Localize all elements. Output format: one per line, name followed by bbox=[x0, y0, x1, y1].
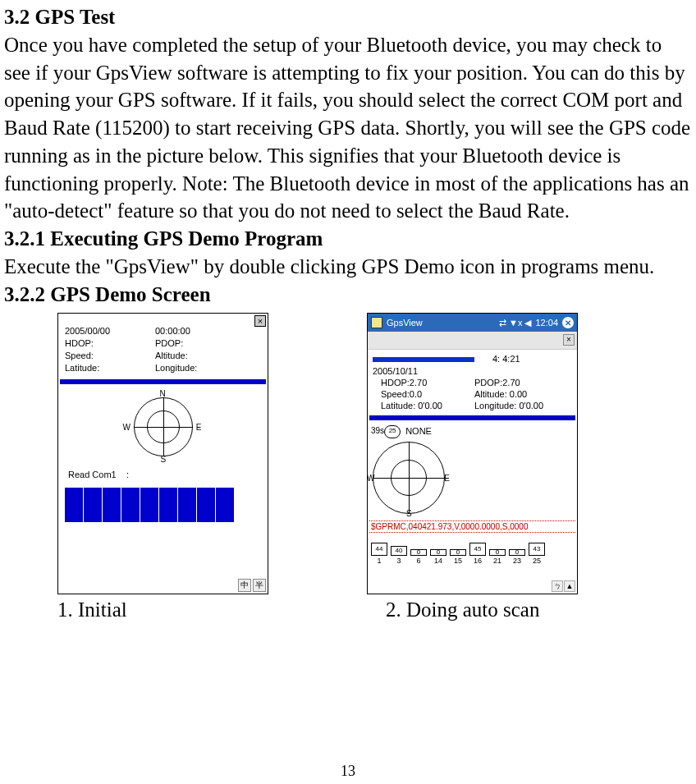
separator-bar bbox=[60, 379, 266, 384]
screenshot-initial: × 2005/00/00 00:00:00 HDOP: PDOP: Speed:… bbox=[57, 313, 268, 594]
altitude-label: Altitude: bbox=[155, 350, 188, 362]
satellite-id-row: 136141516212325 bbox=[368, 556, 577, 566]
signal-bar bbox=[84, 488, 102, 522]
sip-button-2[interactable]: ▲ bbox=[564, 580, 575, 592]
ime-icons: 中 半 bbox=[238, 579, 266, 592]
subsection-2-heading: 3.2.2 GPS Demo Screen bbox=[4, 281, 692, 309]
subsection-1-heading: 3.2.1 Executing GPS Demo Program bbox=[4, 225, 692, 253]
page-number: 13 bbox=[0, 761, 696, 781]
signal-bar bbox=[159, 488, 177, 522]
close-button[interactable]: × bbox=[254, 315, 266, 327]
time-value: 4: 4:21 bbox=[474, 353, 520, 377]
bullet-icon bbox=[373, 357, 474, 362]
altitude-value: Altitude: 0.00 bbox=[474, 388, 527, 400]
compass-s: S bbox=[161, 454, 167, 465]
screenshots-row: × 2005/00/00 00:00:00 HDOP: PDOP: Speed:… bbox=[57, 313, 692, 594]
satellite-id: 16 bbox=[469, 556, 486, 566]
windows-icon[interactable] bbox=[371, 317, 382, 328]
screenshot-autoscan: GpsView ⇄ ▼x ◀ 12:04 ✕ × 2005/10/11 4: 4… bbox=[367, 313, 578, 594]
signal-bar bbox=[65, 488, 83, 522]
satellite-id: 3 bbox=[391, 556, 407, 566]
status-icons: ⇄ ▼x ◀ bbox=[499, 317, 532, 329]
signal-bars bbox=[58, 481, 268, 527]
status-line: Read Com1 : bbox=[58, 469, 268, 481]
signal-bar: 0 bbox=[430, 549, 446, 556]
hdop-value: HDOP:2.70 bbox=[373, 377, 474, 388]
signal-bar: 0 bbox=[450, 549, 466, 556]
signal-bar bbox=[178, 488, 196, 522]
satellite-id: 15 bbox=[450, 556, 466, 566]
gps-data-block: 2005/10/11 4: 4:21 HDOP:2.70 PDOP:2.70 S… bbox=[368, 350, 577, 413]
date-value: 2005/10/11 bbox=[373, 366, 418, 376]
date-value: 2005/00/00 bbox=[65, 325, 155, 337]
signal-bar: 40 bbox=[391, 546, 407, 556]
satellite-id: 25 bbox=[529, 556, 545, 566]
gps-data-block: 2005/00/00 00:00:00 HDOP: PDOP: Speed: A… bbox=[58, 314, 268, 377]
pdop-label: PDOP: bbox=[155, 337, 183, 350]
signal-bar bbox=[216, 488, 234, 522]
signal-bar bbox=[103, 488, 121, 522]
compass-e: E bbox=[444, 473, 450, 484]
toolbar: × bbox=[368, 332, 577, 350]
compass: N S W E bbox=[126, 389, 201, 465]
satellite-id: 1 bbox=[371, 556, 387, 566]
compass-e: E bbox=[196, 422, 202, 433]
subsection-1-text: Execute the "GpsView" by double clicking… bbox=[4, 253, 692, 281]
signal-bar: 44 bbox=[371, 543, 387, 556]
latitude-label: Latitude: bbox=[65, 362, 155, 374]
caption-1: 1. Initial bbox=[57, 596, 222, 624]
signal-bar: 43 bbox=[529, 543, 545, 556]
caption-2: 2. Doing auto scan bbox=[386, 596, 539, 624]
satellite-id: 6 bbox=[410, 556, 427, 566]
speed-value: Speed:0.0 bbox=[373, 388, 474, 400]
signal-bar: 0 bbox=[410, 549, 427, 556]
signal-bar bbox=[197, 488, 215, 522]
sip-icons: ㄅ ▲ bbox=[552, 580, 575, 592]
speed-label: Speed: bbox=[65, 350, 155, 362]
captions: 1. Initial 2. Doing auto scan bbox=[57, 596, 692, 624]
signal-bar: 0 bbox=[489, 549, 506, 556]
section-heading: 3.2 GPS Test bbox=[4, 3, 692, 31]
satellite-id: 23 bbox=[509, 556, 525, 566]
close-tab-button[interactable]: × bbox=[563, 334, 575, 346]
compass: W E S bbox=[369, 437, 451, 519]
satellite-id: 14 bbox=[430, 556, 446, 566]
pdop-value: PDOP:2.70 bbox=[474, 377, 520, 388]
ime-button-2[interactable]: 半 bbox=[253, 579, 266, 592]
nmea-output: $GPRMC,040421.973,V,0000.0000,S,0000 bbox=[369, 520, 575, 534]
signal-bar bbox=[121, 488, 140, 522]
sat-39s: 39s bbox=[371, 425, 384, 437]
clock-time: 12:04 bbox=[535, 317, 558, 329]
compass-w: W bbox=[123, 422, 130, 433]
app-title: GpsView bbox=[387, 317, 423, 329]
signal-bar: 0 bbox=[509, 549, 525, 556]
longitude-value: Longitude: 0'0.00 bbox=[474, 400, 543, 411]
close-button[interactable]: ✕ bbox=[562, 317, 574, 328]
ime-button-1[interactable]: 中 bbox=[238, 579, 251, 592]
compass-n: N bbox=[160, 388, 166, 400]
satellite-id: 21 bbox=[489, 556, 506, 566]
signal-strength-row: 4440000450043 bbox=[368, 534, 577, 556]
compass-w: W bbox=[367, 473, 374, 484]
signal-bar bbox=[140, 488, 158, 522]
title-bar: GpsView ⇄ ▼x ◀ 12:04 ✕ bbox=[368, 314, 577, 332]
intro-paragraph: Once you have completed the setup of you… bbox=[4, 31, 692, 225]
compass-area: N S W E bbox=[58, 386, 268, 470]
time-value: 00:00:00 bbox=[155, 325, 190, 337]
separator-bar bbox=[369, 415, 575, 420]
hdop-label: HDOP: bbox=[65, 337, 155, 350]
latitude-value: Latitude: 0'0.00 bbox=[373, 400, 474, 411]
signal-bar: 45 bbox=[469, 543, 486, 556]
sip-button-1[interactable]: ㄅ bbox=[552, 580, 563, 592]
compass-s: S bbox=[406, 508, 412, 520]
longitude-label: Longitude: bbox=[155, 362, 197, 374]
